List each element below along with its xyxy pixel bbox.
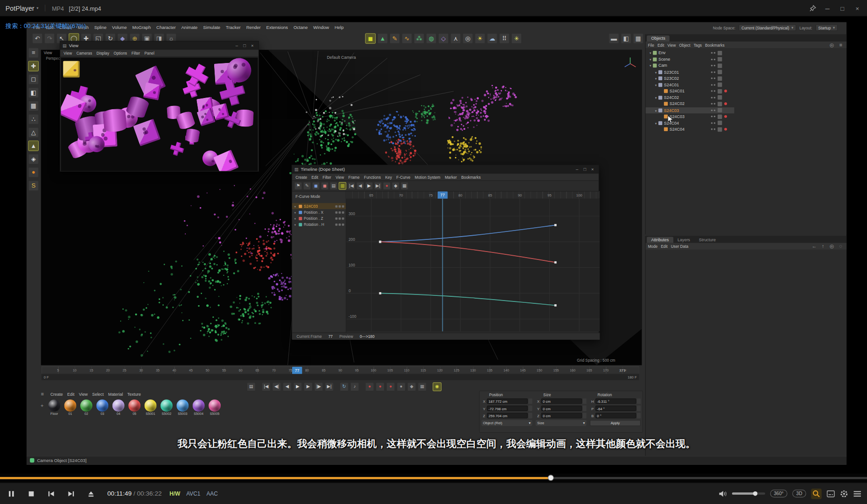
bookmark-flag-icon[interactable]: ⚑ [294, 182, 302, 190]
object-tree-row[interactable]: S24C04 [646, 126, 846, 133]
frame-range-bar[interactable]: 0 F 180 F [42, 374, 639, 380]
spinner-icon[interactable] [583, 413, 587, 419]
c4d-menu-item[interactable]: Octane [294, 25, 308, 30]
track-toggles[interactable] [336, 217, 344, 219]
objects-tab-item[interactable]: Objects [647, 35, 670, 42]
move-mode-icon[interactable]: ✚ [28, 61, 39, 71]
maximize-button[interactable]: □ [835, 2, 850, 14]
view-window-menu-item[interactable]: Cameras [77, 51, 92, 55]
tag-icon[interactable] [718, 95, 722, 99]
mograph-icon[interactable]: ⁂ [414, 33, 425, 44]
visibility-toggles[interactable] [711, 122, 715, 124]
next-button[interactable] [62, 486, 80, 501]
sound-button[interactable]: ♪ [350, 382, 359, 391]
primitive-cube-icon[interactable]: ◼ [365, 33, 376, 44]
expand-arrow-icon[interactable]: ▾ [648, 57, 653, 61]
object-tree-row[interactable]: ▾S24C03 [646, 107, 846, 113]
project-settings-button[interactable]: ▤ [247, 382, 256, 391]
panel-menu-icon[interactable]: ≡ [28, 48, 39, 58]
key-diamond-icon[interactable]: ◆ [392, 182, 399, 190]
subtitle-search-button[interactable] [811, 488, 822, 499]
attributes-mode-item[interactable]: User Data [671, 244, 688, 248]
loop-button[interactable]: ↻ [340, 382, 349, 391]
visibility-toggles[interactable] [711, 128, 715, 130]
close-button[interactable]: × [850, 2, 865, 14]
badge-3d[interactable]: 3D [792, 490, 806, 497]
titlebar[interactable]: PotPlayer▾ │ MP4 [2/2] 24.mp4 ─ □ × [0, 0, 867, 17]
expand-arrow-icon[interactable]: ▾ [648, 51, 653, 55]
volume-slider[interactable] [732, 492, 765, 495]
visibility-toggles[interactable] [711, 58, 715, 60]
volume-handle[interactable] [753, 491, 757, 496]
maximize-button[interactable]: □ [241, 43, 249, 48]
record-pla-button[interactable]: ▦ [418, 382, 427, 391]
spinner-icon[interactable] [583, 406, 587, 411]
material-menu-item[interactable]: Create [50, 392, 63, 397]
frame-ruler[interactable]: 77 F510152025303540455055606570758085909… [42, 366, 639, 373]
undo-icon[interactable]: ↶ [32, 33, 43, 44]
material-menu-item[interactable]: Edit [67, 392, 74, 397]
object-tree-row[interactable]: ▾Scene [646, 56, 846, 63]
attributes-tab-item[interactable]: Attributes [647, 237, 673, 243]
spinner-icon[interactable] [583, 399, 587, 404]
spinner-icon[interactable] [528, 399, 532, 404]
object-tree-row[interactable]: ▾S23C01 [646, 69, 846, 76]
record-position-button[interactable]: ● [376, 382, 385, 391]
spinner-icon[interactable] [637, 406, 641, 411]
record-scale-button[interactable]: ● [386, 382, 395, 391]
objects-menu-item[interactable]: Tags [693, 43, 702, 47]
workplane-icon[interactable]: ▦ [28, 101, 39, 112]
spinner-icon[interactable] [637, 413, 641, 419]
timeline-menu-item[interactable]: Filter [322, 175, 331, 179]
visibility-toggles[interactable] [711, 97, 715, 98]
goto-start-button[interactable]: |◀ [262, 382, 271, 391]
edges-mode-icon[interactable]: △ [28, 127, 39, 138]
c4d-menu-item[interactable]: Animate [182, 25, 198, 30]
timeline-menu-item[interactable]: Bookmarks [461, 175, 481, 179]
expand-arrow-icon[interactable]: ▾ [653, 77, 658, 80]
c4d-menu-item[interactable]: Tracker [226, 25, 241, 30]
dopesheet-icon[interactable]: ▤ [330, 182, 338, 190]
coordinate-input[interactable]: -64 ° [595, 406, 636, 411]
record-rotation-button[interactable]: ● [397, 382, 406, 391]
visibility-toggles[interactable] [711, 65, 715, 67]
tag-icon[interactable] [718, 108, 722, 112]
coordinate-input[interactable]: 259.704 cm [487, 413, 528, 419]
previous-button[interactable] [42, 486, 60, 501]
tag-icon[interactable] [718, 127, 722, 131]
material-swatch[interactable]: 03 [95, 399, 110, 415]
coordinate-input[interactable]: -72.798 cm [487, 406, 528, 411]
timeline-menu-item[interactable]: Marker [445, 175, 457, 179]
track-toggles[interactable] [336, 205, 344, 207]
viewport-menu-view[interactable]: View [44, 51, 52, 55]
next-frame-button[interactable]: ▶ [304, 382, 313, 391]
s-badge-icon[interactable]: S [28, 181, 39, 191]
c4d-menu-item[interactable]: Character [156, 25, 176, 30]
minimize-button[interactable]: ─ [820, 2, 835, 14]
view-window[interactable]: ▤ View – □ × ViewCamerasDisplayOptionsFi… [60, 41, 259, 172]
spinner-icon[interactable] [637, 399, 641, 404]
c4d-menu-item[interactable]: Extensions [266, 25, 288, 30]
material-swatch[interactable]: S5004 [191, 399, 206, 415]
landscape-icon[interactable]: ▲ [378, 33, 388, 44]
expand-arrow-icon[interactable]: ▾ [648, 64, 653, 68]
coordinate-input[interactable]: 0 cm [541, 413, 582, 419]
attributes-tab-item[interactable]: Layers [673, 237, 695, 243]
timeline-menu-item[interactable]: Functions [364, 175, 381, 179]
sky-icon[interactable]: ☁ [487, 33, 497, 44]
seek-bar[interactable] [0, 474, 867, 483]
lamp-icon[interactable]: ✳ [511, 33, 522, 44]
search-icon[interactable]: ◎ [828, 41, 835, 48]
pen-icon[interactable]: ✎ [390, 33, 400, 44]
visibility-toggles[interactable] [711, 52, 715, 54]
fcurve-graph[interactable]: 3002001000-100 [346, 199, 600, 332]
c4d-menu-item[interactable]: MoGraph [133, 25, 151, 30]
object-tree-row[interactable]: ▾Cam [646, 63, 846, 69]
close-button[interactable]: × [589, 167, 597, 172]
track-row[interactable]: ▾Rotation . H [292, 221, 346, 227]
object-tree-row[interactable]: S24C01 [646, 88, 846, 95]
goto-end-icon[interactable]: ▶| [374, 182, 382, 190]
timeline-menu-item[interactable]: F-Curve [396, 175, 410, 179]
timeline-menu-item[interactable]: Key [385, 175, 392, 179]
visibility-toggles[interactable] [711, 91, 715, 92]
